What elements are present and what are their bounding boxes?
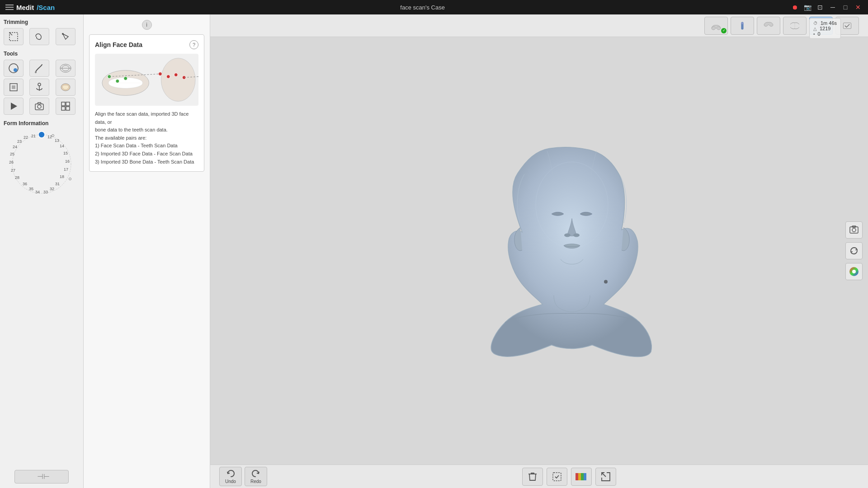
app-name-scan: /Scan [37, 4, 55, 11]
texture-icon [59, 63, 72, 73]
redo-button[interactable]: Redo [245, 467, 267, 486]
jaw-view-icon[interactable]: ⊣⊢ [14, 470, 69, 483]
menu-icon[interactable] [5, 3, 14, 11]
svg-point-48 [69, 178, 71, 180]
align-face-panel: Align Face Data ? [89, 34, 204, 172]
maximize-button[interactable]: □ [841, 3, 850, 12]
color-map-tool[interactable] [571, 468, 592, 486]
timer-value: 1m 46s [821, 20, 837, 26]
svg-text:22: 22 [24, 135, 28, 140]
tool-play[interactable] [4, 98, 24, 115]
camera-icon [34, 101, 45, 112]
jaw-icon: ⊣⊢ [24, 472, 60, 481]
svg-text:14: 14 [60, 144, 64, 148]
align-description: Align the face scan data, imported 3D fa… [95, 110, 198, 166]
screenshot-tool[interactable] [845, 221, 863, 239]
record-button[interactable]: ⏺ [790, 3, 799, 12]
trim-select-icon [60, 31, 71, 42]
trimming-tools [4, 28, 80, 45]
svg-point-46 [38, 131, 45, 138]
help-button[interactable]: ? [189, 40, 198, 49]
trim-tool-2[interactable] [29, 28, 49, 45]
face-scan-model [477, 142, 667, 360]
tool-brush[interactable] [29, 60, 49, 77]
svg-text:17: 17 [64, 167, 68, 172]
color-wheel-icon [849, 266, 859, 277]
svg-text:⊣⊢: ⊣⊢ [37, 473, 50, 480]
window-mode-button[interactable]: ⊡ [816, 3, 825, 12]
minimize-button[interactable]: ─ [828, 3, 837, 12]
tool-anchor[interactable] [29, 79, 49, 96]
select-icon [552, 471, 562, 482]
undo-redo-group: Undo Redo [219, 467, 267, 486]
select-tool[interactable] [547, 468, 567, 486]
nav-lower-teeth[interactable] [704, 17, 728, 35]
left-sidebar: Trimming Tools [0, 14, 84, 488]
svg-rect-12 [12, 85, 15, 89]
svg-point-5 [9, 64, 18, 73]
export-tool[interactable] [595, 468, 616, 486]
align-panel-title: Align Face Data [95, 41, 142, 48]
svg-point-69 [564, 234, 571, 237]
redo-label: Redo [250, 479, 261, 484]
titlebar: Medit/Scan face scan's Case ⏺ 📷 ⊡ ─ □ ✕ [0, 0, 868, 14]
window-title: face scan's Case [55, 4, 790, 11]
svg-rect-81 [584, 473, 586, 480]
svg-rect-1 [5, 7, 14, 8]
undo-button[interactable]: Undo [219, 467, 242, 486]
svg-rect-19 [61, 102, 65, 106]
svg-point-53 [116, 80, 119, 83]
svg-text:26: 26 [9, 160, 14, 164]
nav-bite[interactable] [783, 17, 807, 35]
svg-text:35: 35 [29, 187, 33, 191]
bottom-sidebar-tools: ⊣⊢ [4, 470, 80, 483]
trim-tool-1[interactable] [4, 28, 24, 45]
info-icon[interactable]: i [142, 20, 152, 30]
redo-icon [251, 469, 260, 478]
check-badge-lower [721, 28, 726, 33]
form-information-section: Form Information 11 12 13 14 15 16 17 18… [4, 120, 80, 465]
desc-line1: Align the face scan data, imported 3D fa… [95, 110, 198, 126]
tool-square[interactable] [4, 79, 24, 96]
svg-text:15: 15 [63, 151, 68, 155]
bottom-center-tools [280, 468, 859, 486]
tool-camera[interactable] [29, 98, 49, 115]
svg-point-54 [124, 77, 127, 80]
svg-text:28: 28 [15, 175, 19, 180]
svg-rect-0 [5, 5, 14, 5]
delete-tool[interactable] [522, 468, 543, 486]
window-controls: ⏺ 📷 ⊡ ─ □ ✕ [790, 3, 863, 12]
trim-tool-3[interactable] [56, 28, 75, 45]
svg-line-82 [602, 473, 606, 477]
delete-icon [527, 471, 538, 482]
tool-circle[interactable] [4, 60, 24, 77]
camera-button[interactable]: 📷 [803, 3, 812, 12]
square-tool-icon [8, 82, 19, 93]
color-tool[interactable] [845, 263, 863, 280]
right-tools [845, 221, 863, 280]
timer-count1: 1219 [820, 26, 830, 31]
3d-viewport[interactable] [210, 37, 868, 465]
screenshot-icon [849, 225, 859, 235]
svg-point-62 [741, 22, 743, 24]
close-button[interactable]: ✕ [854, 3, 863, 12]
svg-text:34: 34 [35, 190, 40, 194]
bite-icon [788, 19, 801, 32]
lower-teeth-icon [710, 19, 722, 32]
tool-color[interactable] [56, 79, 75, 96]
upper-teeth-icon [762, 19, 775, 32]
svg-text:21: 21 [31, 134, 36, 138]
nav-tool-2[interactable] [731, 17, 754, 35]
svg-point-18 [38, 105, 41, 108]
clock-icon: ⏱ [813, 21, 818, 26]
tool-texture[interactable] [56, 60, 75, 77]
svg-text:27: 27 [11, 168, 15, 173]
trimming-section: Trimming [4, 19, 80, 45]
refresh-tool[interactable] [845, 242, 863, 259]
svg-text:16: 16 [65, 159, 70, 164]
trimming-title: Trimming [4, 19, 80, 25]
tool-grid[interactable] [56, 98, 75, 115]
tools-section: Tools [4, 51, 80, 115]
nav-upper-teeth[interactable] [757, 17, 780, 35]
desc-line2: bone data to the teeth scan data. [95, 126, 198, 134]
